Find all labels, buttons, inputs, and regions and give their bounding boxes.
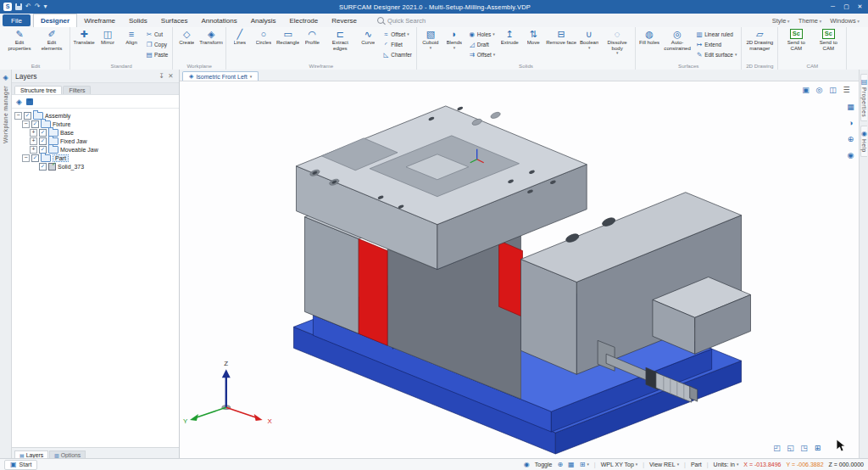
grid-icon[interactable]: ▦ <box>568 461 575 468</box>
ribbon-button-cut[interactable]: ✂Cut <box>143 29 170 39</box>
tree-row-assembly[interactable]: −✓Assembly <box>12 111 179 120</box>
view-tab[interactable]: ◈ Isometric Front Left ▾ <box>182 71 259 81</box>
ribbon-button-chamfer[interactable]: ◺Chamfer <box>380 49 415 59</box>
tree-checkbox[interactable]: ✓ <box>31 120 39 128</box>
ribbon-button-rectangle[interactable]: ▭Rectangle <box>275 28 300 63</box>
ribbon-button-fill-holes[interactable]: ◍Fill holes <box>637 28 661 63</box>
ribbon-button-remove-face[interactable]: ⊟Remove face <box>545 28 577 63</box>
ribbon-button-create[interactable]: ◇Create <box>175 28 198 63</box>
minimize-button[interactable]: ─ <box>826 2 839 12</box>
save-icon[interactable] <box>15 3 22 10</box>
view-mode-selector[interactable]: View REL ▾ <box>649 462 679 467</box>
view-tab-caret-icon[interactable]: ▾ <box>250 74 253 79</box>
undo-icon[interactable]: ↶ <box>25 3 31 11</box>
properties-tab[interactable]: ▤ Properties <box>860 74 868 121</box>
menu-tab-designer[interactable]: Designer <box>33 14 77 27</box>
tree-checkbox[interactable]: ✓ <box>39 163 47 171</box>
pan-icon[interactable]: ◫ <box>827 85 838 96</box>
menu-tab-wireframe[interactable]: Wireframe <box>77 14 122 27</box>
ribbon-button-copy[interactable]: ❐Copy <box>143 39 170 49</box>
units-selector[interactable]: Units: in ▾ <box>714 462 739 467</box>
ribbon-button-circles[interactable]: ○Circles <box>252 28 275 63</box>
workplane-manager-tab[interactable]: Workplane manager <box>3 86 8 143</box>
menu-tab-annotations[interactable]: Annotations <box>194 14 243 27</box>
panel-tab-filters[interactable]: Filters <box>63 86 91 94</box>
ribbon-button-boolean[interactable]: ∪Boolean▾ <box>577 28 601 63</box>
tree-checkbox[interactable]: ✓ <box>39 137 47 145</box>
tree-row-fixture[interactable]: −✓Fixture <box>12 120 179 128</box>
ribbon-button-transform[interactable]: ◈Transform <box>198 28 224 63</box>
menu-item-style[interactable]: Style <box>772 17 790 25</box>
axis-lock-selector[interactable]: ⊞ ▾ <box>580 461 589 468</box>
panel-close-icon[interactable]: ✕ <box>166 72 175 80</box>
ribbon-button-draft[interactable]: ◿Draft <box>466 39 498 49</box>
ribbon-button-paste[interactable]: ▤Paste <box>143 49 170 59</box>
redo-icon[interactable]: ↷ <box>35 3 41 11</box>
select-polygon-icon[interactable]: ◳ <box>798 443 810 454</box>
ribbon-button-linear-ruled[interactable]: ▥Linear ruled <box>693 29 739 39</box>
ribbon-button-move[interactable]: ⇅Move <box>521 28 545 63</box>
save-layers-icon[interactable] <box>26 98 33 105</box>
menu-tab-electrode[interactable]: Electrode <box>282 14 325 27</box>
tree-row-fixed-jaw[interactable]: +✓Fixed Jaw <box>12 137 179 145</box>
ribbon-button-edit-properties[interactable]: ✎Edit properties <box>3 28 36 63</box>
tree-expand-toggle[interactable]: + <box>30 146 37 154</box>
tree-row-solid-373[interactable]: ✓Solid_373 <box>12 162 179 171</box>
toggle-icon[interactable]: ◉ <box>524 461 530 468</box>
ribbon-button-auto-constrained[interactable]: ◎Auto-constrained <box>661 28 693 63</box>
workplane-manager-strip[interactable]: ◈ Workplane manager <box>0 70 12 459</box>
ribbon-button-translate[interactable]: ✚Translate <box>72 28 96 63</box>
ribbon-button-fillet[interactable]: ◜Fillet <box>380 39 415 49</box>
help-tab[interactable]: ◉ Help <box>860 126 867 157</box>
model-canvas[interactable]: Z X Y ▣ ◎ ◫ ☰ ▦ ◑ ⊕ ◉ <box>180 81 859 459</box>
ribbon-button-dissolve-body[interactable]: ◌Dissolve body▾ <box>601 28 633 63</box>
tree-checkbox[interactable]: ✓ <box>31 154 39 162</box>
pin-icon[interactable]: ↧ <box>157 72 166 80</box>
tree-expand-toggle[interactable]: − <box>22 154 30 162</box>
ribbon-button-offset[interactable]: ≈Offset▾ <box>380 29 415 39</box>
select-window-icon[interactable]: ◰ <box>771 443 782 454</box>
snap-icon[interactable]: ⊕ <box>557 461 563 468</box>
zoom-fit-icon[interactable]: ⊕ <box>845 134 856 145</box>
layers-stack-icon[interactable]: ◈ <box>16 98 22 106</box>
ribbon-button-curve[interactable]: ∿Curve <box>356 28 380 63</box>
ribbon-button-send-to-cam[interactable]: ScSend to CAM <box>812 28 844 63</box>
tree-row-base[interactable]: +✓Base <box>12 128 179 137</box>
ribbon-button-holes[interactable]: ◉Holes▾ <box>466 29 498 39</box>
ribbon-button-extract-edges[interactable]: ⊏Extract edges <box>324 28 356 63</box>
menu-tab-analysis[interactable]: Analysis <box>244 14 283 27</box>
shading-icon[interactable]: ▦ <box>845 102 856 113</box>
tree-expand-toggle[interactable]: + <box>30 137 37 145</box>
quick-search[interactable]: Quick Search <box>377 14 426 27</box>
file-menu-button[interactable]: File <box>3 14 31 26</box>
ribbon-button-profile[interactable]: ◠Profile <box>300 28 324 63</box>
start-button[interactable]: ▣ Start <box>4 460 37 470</box>
ribbon-button-edit-surface[interactable]: ✎Edit surface▾ <box>693 49 739 59</box>
ribbon-button-mirror[interactable]: ◫Mirror <box>96 28 120 63</box>
tree-expand-toggle[interactable]: − <box>14 112 22 120</box>
tree-checkbox[interactable]: ✓ <box>39 129 47 137</box>
ribbon-button-extrude[interactable]: ↥Extrude <box>498 28 521 63</box>
ribbon-button-2d-drawing-manager[interactable]: ▱2D Drawing manager <box>743 28 776 63</box>
measure-icon[interactable]: ◉ <box>845 150 856 161</box>
menu-tab-reverse[interactable]: Reverse <box>325 14 364 27</box>
view-cube-icon[interactable]: ▣ <box>800 85 811 96</box>
tree-expand-toggle[interactable]: − <box>22 120 30 128</box>
menu-item-theme[interactable]: Theme <box>798 17 822 25</box>
maximize-button[interactable]: ▢ <box>840 2 853 12</box>
ribbon-button-align[interactable]: ≡Align <box>120 28 143 63</box>
ribbon-button-lines[interactable]: ╱Lines <box>228 28 252 63</box>
menu-item-windows[interactable]: Windows <box>830 17 860 25</box>
select-all-icon[interactable]: ⊞ <box>812 443 823 454</box>
tree-row-moveable-jaw[interactable]: +✓Moveable Jaw <box>12 145 179 154</box>
ribbon-button-send-to-cam[interactable]: ScSend to CAM <box>780 28 812 63</box>
workplane-selector[interactable]: WPL XY Top ▾ <box>601 462 638 467</box>
menu-tab-surfaces[interactable]: Surfaces <box>154 14 195 27</box>
tree-row-part[interactable]: −✓Part <box>12 154 179 162</box>
visibility-icon[interactable]: ◑ <box>845 118 856 129</box>
select-crossing-icon[interactable]: ◱ <box>785 443 796 454</box>
close-button[interactable]: ✕ <box>854 2 866 12</box>
tree-expand-toggle[interactable]: + <box>30 129 37 137</box>
menu-tab-solids[interactable]: Solids <box>122 14 154 27</box>
tree-checkbox[interactable]: ✓ <box>24 112 31 120</box>
